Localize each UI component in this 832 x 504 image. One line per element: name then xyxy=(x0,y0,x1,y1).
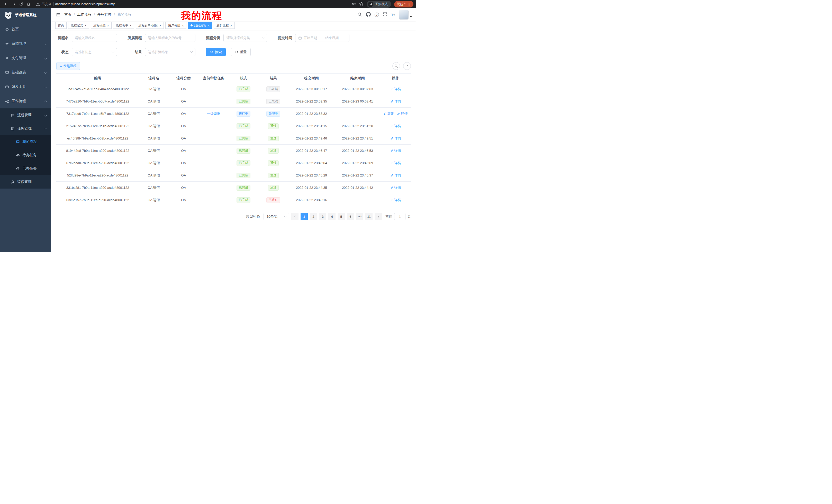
next-page-button[interactable] xyxy=(374,213,382,220)
breadcrumb-task-mgmt[interactable]: 任务管理 xyxy=(97,12,111,17)
current-task-link[interactable]: 一级审批 xyxy=(207,112,220,116)
page-content: 流程名 所属流程 流程分类 请选择流程分类 提交时间 开始日期 - 结束日期 xyxy=(51,30,416,225)
breadcrumb-home[interactable]: 首页 xyxy=(64,12,72,17)
tab-close-icon[interactable]: × xyxy=(230,24,232,27)
tab-process-model[interactable]: 流程模型× xyxy=(91,22,112,29)
page-button-4[interactable]: 4 xyxy=(328,213,336,220)
page-button-2[interactable]: 2 xyxy=(310,213,317,220)
search-icon xyxy=(210,50,213,54)
end-date-placeholder[interactable]: 结束日期 xyxy=(325,36,339,40)
cancel-link[interactable]: 取消 xyxy=(384,111,394,116)
tab-user-group[interactable]: 用户分组× xyxy=(165,22,186,29)
tab-close-icon[interactable]: × xyxy=(84,24,87,27)
tab-close-icon[interactable]: × xyxy=(207,24,210,27)
more-pages-button[interactable]: ••• xyxy=(356,213,363,220)
detail-link[interactable]: 详情 xyxy=(390,124,401,129)
page-button-1[interactable]: 1 xyxy=(301,213,308,220)
help-icon[interactable]: ? xyxy=(374,12,379,17)
sidebar-item-infrastructure[interactable]: 基础设施 xyxy=(0,65,51,80)
browser-menu-icon[interactable]: ⋮ xyxy=(407,2,411,6)
sidebar-collapse-button[interactable] xyxy=(55,12,60,17)
col-submit-time: 提交时间 xyxy=(288,74,335,83)
process-definition-input[interactable] xyxy=(145,34,196,42)
cell-status: 已完成 xyxy=(229,95,258,108)
incognito-badge[interactable]: 无痕模式 xyxy=(367,1,391,8)
tab-close-icon[interactable]: × xyxy=(107,24,109,27)
start-date-placeholder[interactable]: 开始日期 xyxy=(304,36,317,40)
detail-link[interactable]: 详情 xyxy=(390,99,401,104)
avatar[interactable] xyxy=(399,10,409,20)
page-button-6[interactable]: 6 xyxy=(347,213,354,220)
chevron-down-icon xyxy=(262,36,265,39)
detail-link[interactable]: 详情 xyxy=(390,136,401,141)
main-area: 首页 / 工作流程 / 任务管理 / 我的流程 我的流程 ? TT 首页 流程定… xyxy=(51,8,416,252)
sidebar-item-system[interactable]: 系统管理 xyxy=(0,36,51,51)
password-key-icon[interactable] xyxy=(352,2,356,7)
submit-time-range-picker[interactable]: 开始日期 - 结束日期 xyxy=(295,34,349,42)
tab-process-definition[interactable]: 流程定义× xyxy=(68,22,89,29)
tab-start-process[interactable]: 发起流程× xyxy=(214,22,235,29)
refresh-table-button[interactable] xyxy=(403,62,411,70)
detail-link[interactable]: 详情 xyxy=(390,148,401,153)
process-name-input[interactable] xyxy=(72,34,117,42)
page-size-select[interactable]: 10条/页 xyxy=(263,213,289,220)
detail-link[interactable]: 详情 xyxy=(390,198,401,202)
page-button-3[interactable]: 3 xyxy=(319,213,326,220)
sidebar-item-todo-tasks[interactable]: 待办任务 xyxy=(0,148,51,162)
tab-home[interactable]: 首页 xyxy=(55,22,67,29)
breadcrumb: 首页 / 工作流程 / 任务管理 / 我的流程 xyxy=(64,12,132,17)
detail-link[interactable]: 详情 xyxy=(397,111,408,116)
tab-process-form-edit[interactable]: 流程表单-编辑× xyxy=(136,22,164,29)
toggle-search-button[interactable] xyxy=(392,62,400,70)
prev-page-button[interactable] xyxy=(291,213,298,220)
user-menu[interactable] xyxy=(399,10,412,20)
sidebar-item-leave-query[interactable]: 请假查询 xyxy=(0,175,51,189)
cell-status: 已完成 xyxy=(229,83,258,95)
url-text[interactable]: dashboard.yudao.iocoder.cn/bpm/task/my xyxy=(55,2,115,6)
result-select[interactable]: 请选择流结果 xyxy=(145,48,196,56)
bookmark-star-icon[interactable] xyxy=(359,2,364,7)
reset-button[interactable]: 重置 xyxy=(231,48,251,56)
fullscreen-icon[interactable] xyxy=(383,12,387,17)
page-button-11[interactable]: 11 xyxy=(365,213,372,220)
browser-update-button[interactable]: 更新 ⋮ xyxy=(394,1,413,7)
header-search-icon[interactable] xyxy=(357,12,362,18)
sidebar-item-done-tasks[interactable]: 已办任务 xyxy=(0,162,51,175)
sidebar-logo[interactable]: 芋道管理系统 xyxy=(0,8,51,22)
tab-close-icon[interactable]: × xyxy=(182,24,184,27)
detail-link[interactable]: 详情 xyxy=(390,161,401,165)
sidebar-item-my-process[interactable]: 我的流程 xyxy=(0,135,51,148)
goto-page-input[interactable] xyxy=(394,213,406,220)
sidebar-item-task-mgmt[interactable]: 任务管理 xyxy=(0,122,51,135)
tab-close-icon[interactable]: × xyxy=(129,24,132,27)
tab-my-process[interactable]: 我的流程× xyxy=(188,22,212,29)
tab-process-form[interactable]: 流程表单× xyxy=(113,22,134,29)
page-button-5[interactable]: 5 xyxy=(338,213,345,220)
start-process-button[interactable]: + 发起流程 xyxy=(56,62,80,70)
sidebar-item-devtools[interactable]: 研发工具 xyxy=(0,80,51,94)
status-select[interactable]: 请选择状态 xyxy=(72,48,117,56)
category-select[interactable]: 请选择流程分类 xyxy=(224,34,267,42)
breadcrumb-workflow[interactable]: 工作流程 xyxy=(77,12,92,17)
sidebar-item-label: 请假查询 xyxy=(17,179,32,184)
browser-home-button[interactable] xyxy=(25,1,32,8)
tab-close-icon[interactable]: × xyxy=(159,24,161,27)
sidebar-item-home[interactable]: 首页 xyxy=(0,22,51,36)
detail-link[interactable]: 详情 xyxy=(390,87,401,91)
browser-back-button[interactable] xyxy=(3,1,9,8)
cell-status: 已完成 xyxy=(229,169,258,181)
sidebar-item-workflow[interactable]: 工作流程 xyxy=(0,94,51,108)
detail-link[interactable]: 详情 xyxy=(390,173,401,178)
browser-reload-button[interactable] xyxy=(18,1,24,8)
security-label[interactable]: 不安全 xyxy=(42,2,51,6)
sidebar-item-payment[interactable]: 支付管理 xyxy=(0,51,51,65)
detail-link[interactable]: 详情 xyxy=(390,186,401,190)
browser-forward-button[interactable] xyxy=(10,1,17,8)
breadcrumb-separator: / xyxy=(74,12,75,17)
address-bar[interactable]: 不安全 dashboard.yudao.iocoder.cn/bpm/task/… xyxy=(36,2,115,6)
font-size-icon[interactable]: TT xyxy=(391,12,395,17)
sidebar-item-process-mgmt[interactable]: 流程管理 xyxy=(0,108,51,122)
github-icon[interactable] xyxy=(366,12,371,18)
search-button[interactable]: 搜索 xyxy=(206,48,226,56)
tab-label: 首页 xyxy=(58,23,64,28)
